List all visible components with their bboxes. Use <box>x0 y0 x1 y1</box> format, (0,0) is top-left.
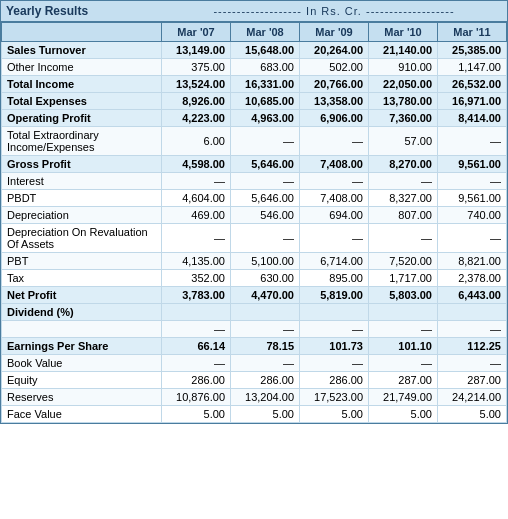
row-label: Reserves <box>2 389 162 406</box>
col-mar09: Mar '09 <box>300 23 369 42</box>
row-value: 286.00 <box>162 372 231 389</box>
row-value: 352.00 <box>162 270 231 287</box>
row-value: 17,523.00 <box>300 389 369 406</box>
row-value: 2,378.00 <box>438 270 507 287</box>
row-value: 5,100.00 <box>231 253 300 270</box>
row-value: — <box>438 321 507 338</box>
header-subtitle: ------------------- In Rs. Cr. ---------… <box>166 5 502 17</box>
row-label: Net Profit <box>2 287 162 304</box>
row-value: 13,149.00 <box>162 42 231 59</box>
row-value: 683.00 <box>231 59 300 76</box>
column-headers: Mar '07 Mar '08 Mar '09 Mar '10 Mar '11 <box>2 23 507 42</box>
row-value: 8,327.00 <box>369 190 438 207</box>
table-row: Book Value————— <box>2 355 507 372</box>
row-value: 694.00 <box>300 207 369 224</box>
row-value: 16,331.00 <box>231 76 300 93</box>
row-value: 5.00 <box>369 406 438 423</box>
row-label: Earnings Per Share <box>2 338 162 355</box>
row-value: 4,604.00 <box>162 190 231 207</box>
row-value: 7,520.00 <box>369 253 438 270</box>
header-title: Yearly Results <box>6 4 166 18</box>
row-value: 4,963.00 <box>231 110 300 127</box>
row-value: 13,358.00 <box>300 93 369 110</box>
row-value: 4,598.00 <box>162 156 231 173</box>
row-value: 9,561.00 <box>438 190 507 207</box>
row-value: 5.00 <box>231 406 300 423</box>
row-value: — <box>300 127 369 156</box>
table-row: Operating Profit4,223.004,963.006,906.00… <box>2 110 507 127</box>
row-value: 22,050.00 <box>369 76 438 93</box>
row-value: 57.00 <box>369 127 438 156</box>
row-label: PBDT <box>2 190 162 207</box>
table-row: Total Expenses8,926.0010,685.0013,358.00… <box>2 93 507 110</box>
row-value: 4,470.00 <box>231 287 300 304</box>
row-label: Face Value <box>2 406 162 423</box>
row-value: 502.00 <box>300 59 369 76</box>
row-value <box>369 304 438 321</box>
row-value: — <box>438 355 507 372</box>
row-value: — <box>369 173 438 190</box>
row-value: 20,264.00 <box>300 42 369 59</box>
row-value: 3,783.00 <box>162 287 231 304</box>
row-label: Equity <box>2 372 162 389</box>
row-value: 807.00 <box>369 207 438 224</box>
row-label: Sales Turnover <box>2 42 162 59</box>
row-value: — <box>162 224 231 253</box>
row-value: 1,717.00 <box>369 270 438 287</box>
table-row: Face Value5.005.005.005.005.00 <box>2 406 507 423</box>
row-label: Gross Profit <box>2 156 162 173</box>
row-value: — <box>438 173 507 190</box>
row-label: Interest <box>2 173 162 190</box>
row-value: — <box>369 224 438 253</box>
row-value: 286.00 <box>300 372 369 389</box>
yearly-results-container: Yearly Results ------------------- In Rs… <box>0 0 508 424</box>
table-row: PBT4,135.005,100.006,714.007,520.008,821… <box>2 253 507 270</box>
row-value: — <box>300 355 369 372</box>
row-value: 6,906.00 <box>300 110 369 127</box>
table-row: Other Income375.00683.00502.00910.001,14… <box>2 59 507 76</box>
row-value: 21,140.00 <box>369 42 438 59</box>
row-value <box>231 304 300 321</box>
row-value: 630.00 <box>231 270 300 287</box>
table-row: Total Income13,524.0016,331.0020,766.002… <box>2 76 507 93</box>
row-value: 8,414.00 <box>438 110 507 127</box>
row-label: Total Extraordinary Income/Expenses <box>2 127 162 156</box>
row-value: 20,766.00 <box>300 76 369 93</box>
row-value <box>438 304 507 321</box>
row-label: Book Value <box>2 355 162 372</box>
header-row: Yearly Results ------------------- In Rs… <box>1 1 507 22</box>
row-label: Operating Profit <box>2 110 162 127</box>
row-value: 7,408.00 <box>300 190 369 207</box>
row-label <box>2 321 162 338</box>
row-value: 7,360.00 <box>369 110 438 127</box>
row-value: — <box>162 321 231 338</box>
row-label: Tax <box>2 270 162 287</box>
table-row: Depreciation On Revaluation Of Assets———… <box>2 224 507 253</box>
table-row: Sales Turnover13,149.0015,648.0020,264.0… <box>2 42 507 59</box>
row-label: Dividend (%) <box>2 304 162 321</box>
row-value: 25,385.00 <box>438 42 507 59</box>
row-value: — <box>300 173 369 190</box>
row-value: 7,408.00 <box>300 156 369 173</box>
row-value: 546.00 <box>231 207 300 224</box>
row-value: 4,223.00 <box>162 110 231 127</box>
row-value: 6,443.00 <box>438 287 507 304</box>
results-table: Mar '07 Mar '08 Mar '09 Mar '10 Mar '11 … <box>1 22 507 423</box>
row-label: Total Expenses <box>2 93 162 110</box>
row-label: PBT <box>2 253 162 270</box>
table-row: Reserves10,876.0013,204.0017,523.0021,74… <box>2 389 507 406</box>
row-value: 5.00 <box>300 406 369 423</box>
row-value: 5,819.00 <box>300 287 369 304</box>
row-value: 1,147.00 <box>438 59 507 76</box>
row-label: Depreciation <box>2 207 162 224</box>
row-value: — <box>231 224 300 253</box>
row-value: — <box>438 127 507 156</box>
table-row: ————— <box>2 321 507 338</box>
col-label <box>2 23 162 42</box>
row-value: 112.25 <box>438 338 507 355</box>
row-value: 5,646.00 <box>231 156 300 173</box>
col-mar11: Mar '11 <box>438 23 507 42</box>
row-value: — <box>231 355 300 372</box>
row-value: 101.10 <box>369 338 438 355</box>
row-value: 15,648.00 <box>231 42 300 59</box>
